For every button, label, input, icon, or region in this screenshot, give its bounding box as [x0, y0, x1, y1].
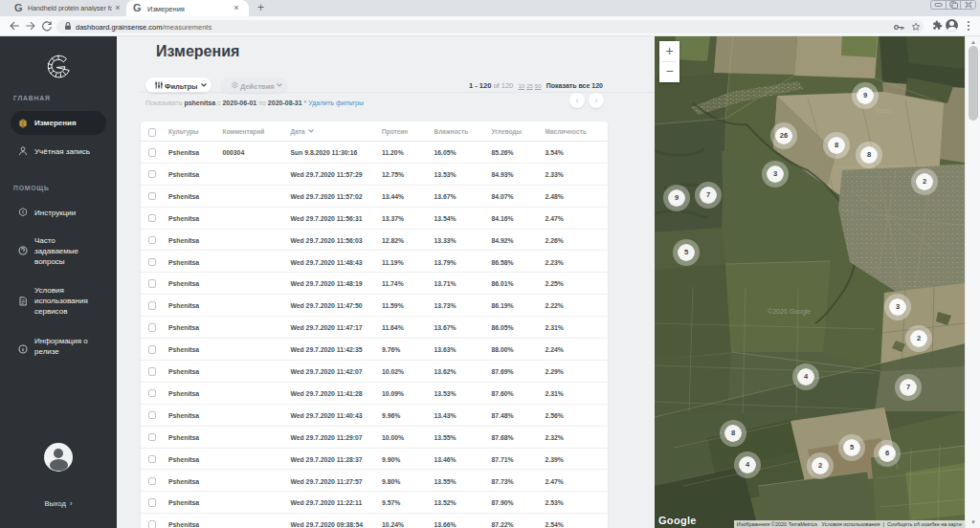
svg-text:©2020: ©2020 — [875, 108, 892, 114]
svg-text:©2020 Google: ©2020 Google — [768, 308, 811, 316]
